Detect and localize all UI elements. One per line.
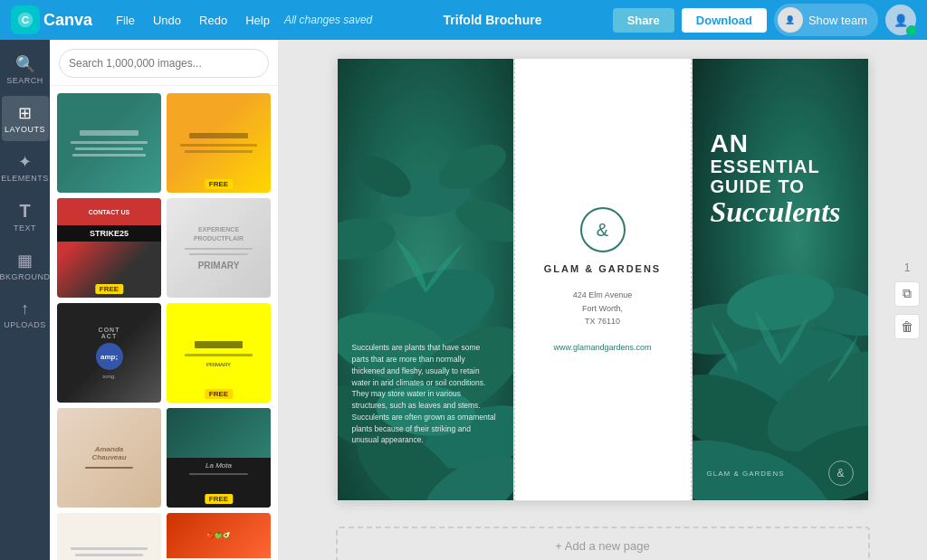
template-thumb[interactable]: FREE bbox=[167, 93, 271, 193]
panel-right-title: AN ESSENTIAL GUIDE TO Succulents bbox=[711, 131, 854, 228]
template-thumb[interactable]: 🍎🍏🥑 BENEFITSOFWHOLEFOOD FREE bbox=[167, 513, 271, 560]
template-thumb[interactable]: CONTACT US STRIKE25 FREE bbox=[57, 198, 161, 298]
panel-right-bottom: GLAM & GARDENS & bbox=[707, 460, 854, 486]
canva-logo-icon[interactable]: C bbox=[11, 5, 40, 34]
address-block: 424 Elm Avenue Fort Worth, TX 76110 bbox=[573, 289, 632, 327]
sidebar-label-background: BKGROUND bbox=[0, 272, 51, 281]
show-team-label: Show team bbox=[808, 14, 867, 27]
menu-undo[interactable]: Undo bbox=[146, 10, 188, 31]
page-number: 1 bbox=[904, 261, 911, 274]
template-thumb[interactable] bbox=[57, 93, 161, 193]
menu-help[interactable]: Help bbox=[238, 10, 277, 31]
title-essential: ESSENTIAL bbox=[711, 157, 854, 176]
uploads-icon: ↑ bbox=[21, 299, 29, 318]
template-row: FREE bbox=[57, 93, 271, 193]
brochure-panel-right: AN ESSENTIAL GUIDE TO Succulents GLAM & … bbox=[692, 58, 869, 501]
template-thumb[interactable]: Tour d'& bbox=[57, 513, 161, 560]
brochure-panel-middle: & GLAM & GARDENS 424 Elm Avenue Fort Wor… bbox=[514, 58, 692, 501]
svg-text:C: C bbox=[22, 14, 30, 25]
templates-grid: FREE CONTACT US STRIKE25 FREE EXPERIENCE… bbox=[50, 86, 278, 560]
free-badge: FREE bbox=[205, 494, 233, 504]
document-title[interactable]: Trifold Brochure bbox=[444, 13, 542, 27]
search-icon: 🔍 bbox=[15, 54, 35, 74]
sidebar-item-layouts[interactable]: ⊞ LAYOUTS bbox=[2, 96, 49, 141]
header-right: Share Download 👤 Show team 👤 bbox=[613, 4, 916, 36]
sidebar-label-search: SEARCH bbox=[6, 76, 43, 85]
template-thumb[interactable]: PRIMARY FREE bbox=[167, 303, 271, 403]
template-row: AmandaChauveau La Mota FREE bbox=[57, 408, 271, 508]
share-button[interactable]: Share bbox=[613, 8, 674, 33]
canvas-area: Succulents are plants that have some par… bbox=[278, 40, 927, 560]
menu-redo[interactable]: Redo bbox=[192, 10, 234, 31]
template-thumb[interactable]: CONTACT amp; song. bbox=[57, 303, 161, 403]
ampersand-circle: & bbox=[580, 207, 626, 252]
template-row: CONTACT US STRIKE25 FREE EXPERIENCEPRODU… bbox=[57, 198, 271, 298]
copy-page-button[interactable]: ⧉ bbox=[894, 281, 920, 307]
header-menu: File Undo Redo Help All changes saved bbox=[109, 10, 372, 31]
panel-left-body2: They may store water in various structur… bbox=[352, 388, 499, 446]
menu-file[interactable]: File bbox=[109, 10, 142, 31]
text-icon: T bbox=[19, 201, 30, 222]
title-succulents: Succulents bbox=[711, 196, 854, 228]
add-page-bar[interactable]: + Add a new page bbox=[336, 527, 870, 560]
templates-panel: FREE CONTACT US STRIKE25 FREE EXPERIENCE… bbox=[50, 40, 278, 560]
panel-left-body1: Succulents are plants that have some par… bbox=[352, 342, 499, 388]
header: C Canva File Undo Redo Help All changes … bbox=[0, 0, 927, 40]
save-status: All changes saved bbox=[284, 14, 372, 26]
download-button[interactable]: Download bbox=[682, 8, 767, 33]
panel-left-text: Succulents are plants that have some par… bbox=[352, 342, 499, 446]
show-team-button[interactable]: 👤 Show team bbox=[774, 4, 878, 36]
website-link: www.glamandgardens.com bbox=[553, 343, 651, 352]
free-badge: FREE bbox=[95, 284, 123, 294]
brochure-canvas[interactable]: Succulents are plants that have some par… bbox=[337, 58, 869, 501]
template-thumb[interactable]: EXPERIENCEPRODUCTFLAIR PRIMARY bbox=[167, 198, 271, 298]
sidebar-item-background[interactable]: ▦ BKGROUND bbox=[2, 243, 49, 289]
user-avatar[interactable]: 👤 bbox=[885, 5, 916, 35]
title-guide-to: GUIDE TO bbox=[711, 176, 854, 196]
page-controls: 1 ⧉ 🗑 bbox=[894, 261, 920, 339]
sidebar-label-elements: ELEMENTS bbox=[1, 174, 49, 183]
sidebar-item-text[interactable]: T TEXT bbox=[2, 194, 49, 240]
template-row: Tour d'& 🍎🍏🥑 BENEFITSOFWHOLEFOOD FREE bbox=[57, 513, 271, 560]
avatar-badge bbox=[906, 25, 917, 36]
sidebar-label-text: TEXT bbox=[14, 223, 36, 233]
search-bar-container bbox=[50, 40, 278, 86]
elements-icon: ✦ bbox=[18, 152, 32, 172]
free-badge: FREE bbox=[205, 389, 233, 399]
header-center: Trifold Brochure bbox=[381, 13, 603, 27]
canva-wordmark: Canva bbox=[43, 11, 92, 30]
ampersand-circle-bottom: & bbox=[828, 460, 854, 486]
main-body: 🔍 SEARCH ⊞ LAYOUTS ✦ ELEMENTS T TEXT ▦ B… bbox=[0, 40, 927, 560]
template-row: CONTACT amp; song. PRIMARY FREE bbox=[57, 303, 271, 403]
template-thumb[interactable]: AmandaChauveau bbox=[57, 408, 161, 508]
delete-page-button[interactable]: 🗑 bbox=[894, 314, 920, 339]
sidebar-item-search[interactable]: 🔍 SEARCH bbox=[2, 47, 49, 92]
sidebar-item-elements[interactable]: ✦ ELEMENTS bbox=[2, 145, 49, 190]
canva-logo: C Canva bbox=[11, 5, 92, 34]
company-name: GLAM & GARDENS bbox=[544, 263, 661, 274]
background-icon: ▦ bbox=[17, 251, 33, 271]
sidebar-label-layouts: LAYOUTS bbox=[5, 125, 45, 134]
avatar: 👤 bbox=[778, 7, 803, 33]
brochure-panel-left: Succulents are plants that have some par… bbox=[337, 58, 514, 501]
search-input[interactable] bbox=[59, 49, 269, 78]
title-an: AN bbox=[711, 131, 854, 157]
layouts-icon: ⊞ bbox=[18, 103, 32, 123]
sidebar-icons: 🔍 SEARCH ⊞ LAYOUTS ✦ ELEMENTS T TEXT ▦ B… bbox=[0, 40, 50, 560]
free-badge: FREE bbox=[205, 179, 233, 189]
company-name-bottom: GLAM & GARDENS bbox=[707, 470, 785, 478]
sidebar-label-uploads: UPLOADS bbox=[4, 320, 46, 329]
sidebar-item-uploads[interactable]: ↑ UPLOADS bbox=[2, 292, 49, 337]
template-thumb[interactable]: La Mota FREE bbox=[167, 408, 271, 508]
